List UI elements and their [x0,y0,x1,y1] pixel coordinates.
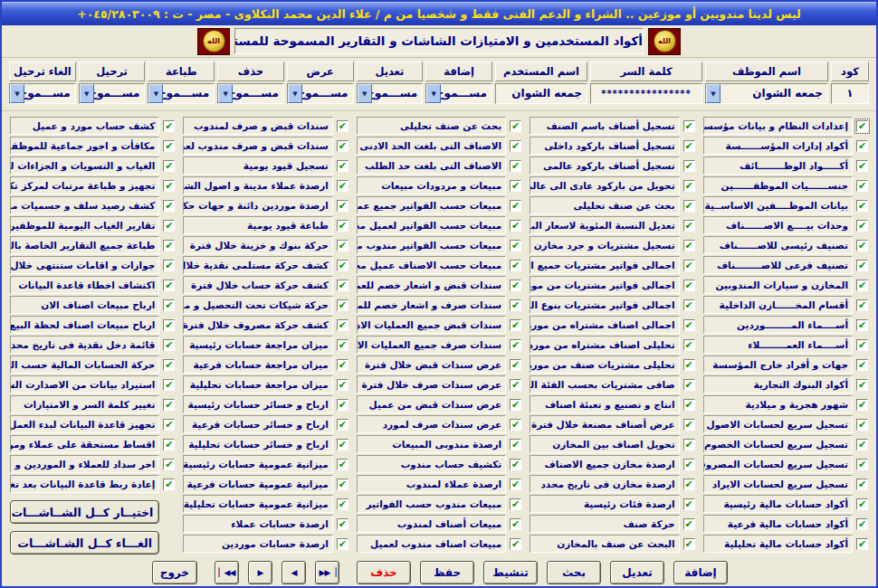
permission-checkbox[interactable]: ✔ [856,240,868,251]
permission-checkbox[interactable]: ✔ [337,240,348,251]
permission-checkbox[interactable]: ✔ [163,280,175,291]
permission-checkbox[interactable]: ✔ [510,160,521,172]
permission-checkbox[interactable]: ✔ [856,200,868,212]
permission-checkbox[interactable]: ✔ [856,299,868,311]
permission-checkbox[interactable]: ✔ [163,359,175,371]
permission-checkbox[interactable]: ✔ [856,260,868,271]
permission-checkbox[interactable]: ✔ [510,498,521,510]
permission-checkbox[interactable]: ✔ [856,379,868,391]
permission-checkbox[interactable]: ✔ [163,399,175,411]
save-button[interactable]: حفظ [420,561,474,584]
dropdown-arrow-icon[interactable]: ▼ [288,84,302,103]
permission-checkbox[interactable]: ✔ [856,359,868,371]
permission-checkbox[interactable]: ✔ [163,200,175,212]
username-field[interactable]: جمعه الشوان [495,83,587,104]
permission-checkbox[interactable]: ✔ [163,220,175,232]
permission-checkbox[interactable]: ✔ [337,280,348,291]
permission-checkbox[interactable]: ✔ [510,260,521,271]
permission-checkbox[interactable]: ✔ [337,379,348,391]
permission-checkbox[interactable]: ✔ [337,120,348,132]
permission-checkbox[interactable]: ✔ [163,379,175,391]
print-permission-combo[interactable]: مســـموح▼ [148,83,215,104]
permission-checkbox[interactable]: ✔ [856,220,868,232]
permission-checkbox[interactable]: ✔ [337,140,348,152]
permission-checkbox[interactable]: ✔ [510,220,521,232]
permission-checkbox[interactable]: ✔ [683,538,695,550]
edit-permission-combo[interactable]: مســـموح▼ [357,83,424,104]
permission-checkbox[interactable]: ✔ [337,419,348,431]
nav-last-button[interactable]: ▶▶▕ [315,561,339,584]
permission-checkbox[interactable]: ✔ [683,459,695,470]
permission-checkbox[interactable]: ✔ [163,240,175,251]
permission-checkbox[interactable]: ✔ [510,240,521,251]
permission-checkbox[interactable]: ✔ [856,140,868,152]
permission-checkbox[interactable]: ✔ [510,140,521,152]
cancel-post-permission-combo[interactable]: مســـموح▼ [9,83,76,104]
nav-first-button[interactable]: ▏◀◀ [215,561,239,584]
permission-checkbox[interactable]: ✔ [163,180,175,192]
permission-checkbox[interactable]: ✔ [856,120,868,132]
permission-checkbox[interactable]: ✔ [337,399,348,411]
employee-name-combo[interactable]: جمعه الشوان ▼ [705,83,828,104]
permission-checkbox[interactable]: ✔ [337,459,348,470]
permission-checkbox[interactable]: ✔ [163,339,175,351]
permission-checkbox[interactable]: ✔ [683,200,695,212]
permission-checkbox[interactable]: ✔ [337,498,348,510]
permission-checkbox[interactable]: ✔ [337,299,348,311]
permission-checkbox[interactable]: ✔ [163,479,175,490]
permission-checkbox[interactable]: ✔ [163,459,175,470]
permission-checkbox[interactable]: ✔ [163,419,175,431]
permission-checkbox[interactable]: ✔ [510,518,521,530]
permission-checkbox[interactable]: ✔ [856,160,868,172]
permission-checkbox[interactable]: ✔ [856,459,868,470]
permission-checkbox[interactable]: ✔ [683,120,695,132]
permission-checkbox[interactable]: ✔ [683,498,695,510]
permission-checkbox[interactable]: ✔ [163,120,175,132]
permission-checkbox[interactable]: ✔ [337,359,348,371]
permission-checkbox[interactable]: ✔ [510,439,521,450]
permission-checkbox[interactable]: ✔ [856,339,868,351]
permission-checkbox[interactable]: ✔ [856,439,868,450]
nav-next-button[interactable]: ◀ [282,561,306,584]
permission-checkbox[interactable]: ✔ [337,518,348,530]
permission-checkbox[interactable]: ✔ [337,538,348,550]
password-field[interactable]: **************** [590,83,702,104]
permission-checkbox[interactable]: ✔ [510,200,521,212]
permission-checkbox[interactable]: ✔ [337,260,348,271]
permission-checkbox[interactable]: ✔ [510,180,521,192]
dropdown-arrow-icon[interactable]: ▼ [148,84,163,103]
permission-checkbox[interactable]: ✔ [683,479,695,490]
permission-checkbox[interactable]: ✔ [510,399,521,411]
permission-checkbox[interactable]: ✔ [856,180,868,192]
permission-checkbox[interactable]: ✔ [856,280,868,291]
add-record-button[interactable]: إضافة [673,561,728,584]
permission-checkbox[interactable]: ✔ [683,419,695,431]
permission-checkbox[interactable]: ✔ [510,479,521,490]
permission-checkbox[interactable]: ✔ [510,280,521,291]
permission-checkbox[interactable]: ✔ [683,299,695,311]
permission-checkbox[interactable]: ✔ [510,359,521,371]
permission-checkbox[interactable]: ✔ [163,260,175,271]
permission-checkbox[interactable]: ✔ [683,180,695,192]
clear-all-screens-button[interactable]: الغـــاء كــل الشـاشـــات [10,531,159,555]
permission-checkbox[interactable]: ✔ [856,419,868,431]
dropdown-arrow-icon[interactable]: ▼ [358,84,372,103]
exit-button[interactable]: خروج [152,561,197,584]
code-field[interactable]: ١ [831,83,869,104]
permission-checkbox[interactable]: ✔ [683,319,695,331]
permission-checkbox[interactable]: ✔ [683,160,695,172]
permission-checkbox[interactable]: ✔ [683,439,695,450]
permission-checkbox[interactable]: ✔ [510,459,521,470]
permission-checkbox[interactable]: ✔ [510,299,521,311]
permission-checkbox[interactable]: ✔ [683,518,695,530]
permission-checkbox[interactable]: ✔ [337,439,348,450]
dropdown-arrow-icon[interactable]: ▼ [426,84,441,103]
select-all-screens-button[interactable]: اختيــار كــل الشــاشـــات [10,500,159,524]
dropdown-arrow-icon[interactable]: ▼ [80,84,94,103]
permission-checkbox[interactable]: ✔ [163,140,175,152]
permission-checkbox[interactable]: ✔ [337,479,348,490]
permission-checkbox[interactable]: ✔ [510,339,521,351]
permission-checkbox[interactable]: ✔ [337,220,348,232]
dropdown-arrow-icon[interactable]: ▼ [10,84,24,103]
permission-checkbox[interactable]: ✔ [683,379,695,391]
